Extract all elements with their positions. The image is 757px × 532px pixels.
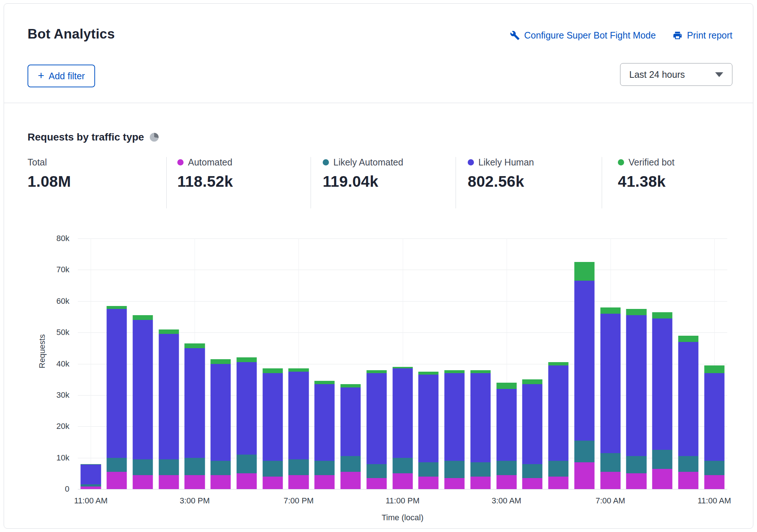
bar-segment-likely-automated [392,458,413,474]
bar-segment-automated [704,475,724,489]
chevron-down-icon [715,72,723,77]
bar-segment-automated [262,477,283,489]
stat-divider [166,157,167,208]
stacked-bar-7-00-pm[interactable] [289,238,309,489]
stacked-bar-8-00-am[interactable] [626,238,646,489]
header-divider [4,103,753,103]
stacked-bar-1-00-am[interactable] [444,238,464,489]
bar-segment-likely-automated [600,453,620,472]
bar-segment-likely-human [548,365,568,461]
automated-dot-icon [177,159,184,165]
x-tick-label: 3:00 AM [492,496,521,506]
x-tick-label: 7:00 AM [595,496,625,506]
bar-segment-likely-automated [419,462,439,476]
stacked-bar-3-00-am[interactable] [496,238,517,489]
stacked-bar-1-00-pm[interactable] [133,238,153,489]
bar-segment-likely-human [704,373,724,461]
bar-segment-verified-bot [81,464,101,465]
bar-segment-likely-human [652,318,673,450]
stacked-bar-3-00-pm[interactable] [185,238,205,489]
add-filter-label: Add filter [49,71,85,81]
bar-segment-likely-automated [652,450,673,469]
bar-segment-likely-human [211,364,231,461]
stat-verified-bot[interactable]: Verified bot 41.38k [618,157,674,190]
bar-segment-automated [392,473,413,489]
stacked-bar-10-00-pm[interactable] [366,238,387,489]
y-axis-labels: 010k20k30k40k50k60k70k80k [41,238,74,489]
x-axis-title: Time (local) [78,513,727,522]
stat-likely-human-label: Likely Human [478,157,534,168]
bar-segment-likely-automated [366,464,387,478]
bar-segment-verified-bot [626,309,646,315]
stacked-bar-2-00-pm[interactable] [159,238,179,489]
bar-segment-automated [289,475,309,489]
bar-segment-likely-human [600,314,620,453]
stat-likely-human[interactable]: Likely Human 802.56k [468,157,534,190]
bar-segment-automated [419,477,439,489]
bar-segment-automated [185,475,205,489]
stat-likely-human-value: 802.56k [468,173,534,190]
x-tick-label: 11:00 PM [385,496,420,506]
time-range-dropdown[interactable]: Last 24 hours [620,63,732,86]
h-gridline [78,489,727,489]
stacked-bar-6-00-pm[interactable] [262,238,283,489]
stat-automated-value: 118.52k [177,173,233,190]
bar-segment-likely-human [315,384,335,461]
bar-segment-automated [522,478,543,489]
stacked-bar-5-00-am[interactable] [548,238,568,489]
header-actions: Configure Super Bot Fight Mode Print rep… [510,30,732,41]
stacked-bar-9-00-am[interactable] [652,238,673,489]
stacked-bar-12-00-pm[interactable] [107,238,127,489]
stacked-bar-11-00-am[interactable] [81,238,101,489]
x-tick-label: 3:00 PM [180,496,210,506]
bar-segment-likely-human [289,372,309,459]
stacked-bar-7-00-am[interactable] [600,238,620,489]
stacked-bar-10-00-am[interactable] [678,238,698,489]
plot-area [78,238,727,489]
configure-super-bot-fight-mode-link[interactable]: Configure Super Bot Fight Mode [510,30,656,41]
configure-link-label: Configure Super Bot Fight Mode [524,30,656,41]
bar-segment-automated [470,477,490,489]
verified-bot-dot-icon [618,159,624,165]
bar-segment-verified-bot [392,367,413,368]
bar-segment-likely-human [133,320,153,459]
y-tick-label: 20k [57,422,69,431]
stat-verified-bot-value: 41.38k [618,173,674,190]
bar-segment-likely-automated [626,456,646,473]
stacked-bar-11-00-pm[interactable] [392,238,413,489]
bar-segment-likely-human [444,373,464,461]
stat-automated[interactable]: Automated 118.52k [177,157,233,190]
bar-segment-likely-automated [522,464,543,478]
y-tick-label: 30k [57,390,69,400]
bar-segment-likely-automated [704,461,724,475]
print-link-label: Print report [687,30,732,41]
stacked-bar-8-00-pm[interactable] [315,238,335,489]
stacked-bar-11-00-am[interactable] [704,238,724,489]
y-tick-label: 50k [57,328,69,337]
stacked-bar-2-00-am[interactable] [470,238,490,489]
bar-segment-verified-bot [522,379,543,384]
stacked-bar-9-00-pm[interactable] [340,238,361,489]
bar-segment-automated [496,475,517,489]
add-filter-button[interactable]: + Add filter [28,65,95,87]
stacked-bar-4-00-am[interactable] [522,238,543,489]
y-tick-label: 60k [57,296,69,306]
stacked-bar-12-00-am[interactable] [419,238,439,489]
stacked-bar-5-00-pm[interactable] [236,238,257,489]
section-title: Requests by traffic type [28,131,144,143]
stacked-bar-6-00-am[interactable] [574,238,594,489]
y-tick-label: 40k [57,359,69,369]
bar-segment-likely-automated [678,456,698,472]
bar-segment-verified-bot [366,370,387,374]
bar-segment-automated [626,473,646,489]
stat-likely-automated[interactable]: Likely Automated 119.04k [323,157,403,190]
bar-segment-likely-automated [81,484,101,487]
bar-segment-automated [315,475,335,489]
bar-segment-likely-human [626,315,646,456]
stacked-bar-4-00-pm[interactable] [211,238,231,489]
bar-segment-likely-automated [133,459,153,475]
bar-segment-likely-human [236,362,257,455]
print-report-link[interactable]: Print report [673,30,732,41]
bar-segment-likely-automated [107,458,127,472]
bar-segment-likely-automated [211,461,231,475]
